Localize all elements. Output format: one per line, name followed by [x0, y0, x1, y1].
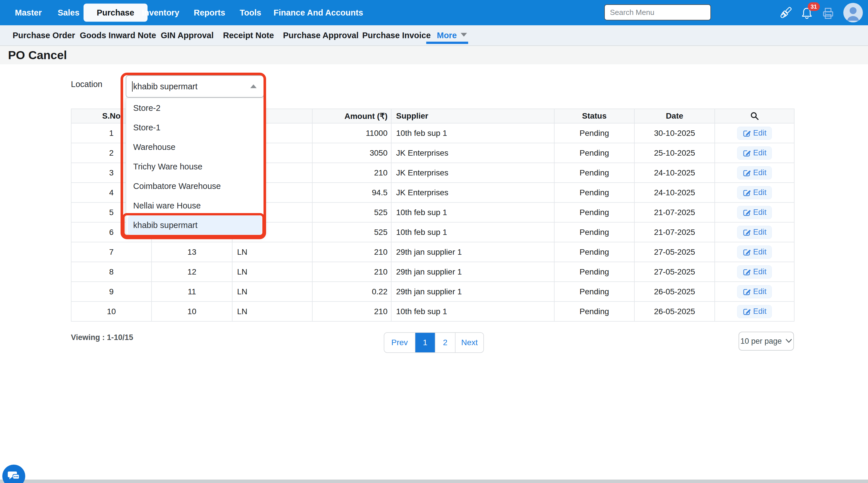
edit-button[interactable]: Edit: [737, 206, 772, 219]
location-option-nellai-ware-house[interactable]: Nellai ware House: [126, 196, 264, 215]
topnav-item-finance-and-accounts[interactable]: Finance And Accounts: [274, 8, 363, 18]
location-combobox-value: khabib supermart: [133, 82, 197, 91]
location-label: Location: [71, 80, 102, 89]
topnav-item-purchase[interactable]: Purchase: [84, 4, 148, 22]
location-options-list: Store-2Store-1WarehouseTrichy Ware house…: [126, 98, 264, 234]
avatar[interactable]: [843, 3, 863, 22]
table-cell: LN: [232, 282, 313, 302]
table-cell: 0.22: [313, 282, 392, 302]
table-cell-actions: Edit: [715, 123, 795, 143]
table-cell: Pending: [555, 262, 634, 282]
table-cell-actions: Edit: [715, 282, 795, 302]
table-cell: 12: [152, 262, 232, 282]
location-option-store-2[interactable]: Store-2: [126, 98, 264, 118]
table-cell: Pending: [555, 143, 634, 163]
table-cell-actions: Edit: [715, 222, 795, 242]
subnav-item-purchase-invoice[interactable]: Purchase Invoice: [362, 31, 431, 40]
edit-button[interactable]: Edit: [737, 285, 772, 298]
table-cell: Pending: [555, 282, 634, 302]
table-cell: Pending: [555, 203, 634, 222]
table-cell: Pending: [555, 183, 634, 203]
subnav-item-receipt-note[interactable]: Receipt Note: [223, 31, 274, 40]
edit-button[interactable]: Edit: [737, 127, 772, 140]
location-option-warehouse[interactable]: Warehouse: [126, 137, 264, 157]
table-search-icon-header[interactable]: [715, 109, 795, 123]
search-input[interactable]: [604, 4, 711, 20]
table-cell: 8: [71, 262, 152, 282]
location-dropdown: khabib supermart Store-2Store-1Warehouse…: [126, 75, 264, 98]
app-root: MasterSalesPurchaseInventoryReportsTools…: [0, 0, 868, 483]
location-option-khabib-supermart[interactable]: khabib supermart: [128, 215, 262, 235]
topnav-item-inventory[interactable]: Inventory: [142, 8, 179, 18]
per-page-select[interactable]: 10 per page: [739, 332, 794, 351]
table-cell: 25-10-2025: [634, 143, 715, 163]
edit-button[interactable]: Edit: [737, 147, 772, 160]
table-cell: Pending: [555, 222, 634, 242]
edit-button[interactable]: Edit: [737, 265, 772, 278]
table-cell: JK Enterprises: [392, 143, 555, 163]
table-cell-actions: Edit: [715, 262, 795, 282]
table-cell: 27-05-2025: [634, 242, 715, 262]
subnav-item-gin-approval[interactable]: GIN Approval: [161, 31, 214, 40]
topnav-item-master[interactable]: Master: [15, 8, 42, 18]
edit-button[interactable]: Edit: [737, 226, 772, 239]
table-cell: 210: [313, 163, 392, 183]
chat-bubbles-icon: [7, 470, 20, 482]
table-cell: 21-07-2025: [634, 203, 715, 222]
pagination-prev[interactable]: Prev: [384, 333, 415, 352]
location-option-trichy-ware-house[interactable]: Trichy Ware house: [126, 157, 264, 176]
topnav-item-sales[interactable]: Sales: [58, 8, 80, 18]
pagination-next[interactable]: Next: [456, 333, 484, 352]
table-cell: 10: [71, 302, 152, 322]
brush-icon[interactable]: [778, 5, 794, 21]
table-cell: 210: [313, 262, 392, 282]
table-cell: 10th feb sup 1: [392, 123, 555, 143]
table-cell: 11000: [313, 123, 392, 143]
pagination-1[interactable]: 1: [415, 333, 435, 352]
table-cell: JK Enterprises: [392, 163, 555, 183]
table-cell: 29th jan supplier 1: [392, 262, 555, 282]
subnav-item-goods-inward-note[interactable]: Goods Inward Note: [80, 31, 156, 40]
table-cell: 13: [152, 242, 232, 262]
table-cell: 27-05-2025: [634, 262, 715, 282]
edit-button[interactable]: Edit: [737, 166, 772, 179]
edit-button[interactable]: Edit: [737, 305, 772, 318]
chevron-down-icon: [461, 33, 467, 40]
table-cell: LN: [232, 262, 313, 282]
pagination-2[interactable]: 2: [435, 333, 456, 352]
table-cell: 26-05-2025: [634, 302, 715, 322]
column-header-supplier: Supplier: [392, 109, 555, 123]
table-cell: Pending: [555, 242, 634, 262]
chat-fab[interactable]: [2, 464, 25, 483]
table-cell: 29th jan supplier 1: [392, 242, 555, 262]
horizontal-scrollbar[interactable]: [0, 480, 868, 483]
pagination: Prev12Next: [384, 332, 484, 353]
location-combobox[interactable]: khabib supermart: [126, 75, 264, 98]
subnav-item-more[interactable]: More: [437, 31, 467, 40]
table-cell: 21-07-2025: [634, 222, 715, 242]
page-title: PO Cancel: [8, 49, 67, 62]
table-cell: 10th feb sup 1: [392, 302, 555, 322]
location-option-store-1[interactable]: Store-1: [126, 118, 264, 137]
subnav-item-purchase-order[interactable]: Purchase Order: [12, 31, 75, 40]
table-cell: 10th feb sup 1: [392, 203, 555, 222]
top-navbar: MasterSalesPurchaseInventoryReportsTools…: [0, 0, 868, 25]
topnav-item-reports[interactable]: Reports: [194, 8, 225, 18]
subnav-item-purchase-approval[interactable]: Purchase Approval: [283, 31, 359, 40]
per-page-value: 10 per page: [740, 337, 782, 346]
notification-badge: 31: [808, 2, 820, 11]
table-cell: 24-10-2025: [634, 183, 715, 203]
chevron-up-icon[interactable]: [250, 81, 257, 88]
table-cell-actions: Edit: [715, 203, 795, 222]
edit-button[interactable]: Edit: [737, 245, 772, 259]
table-cell: Pending: [555, 123, 634, 143]
text-caret: [132, 81, 133, 92]
printer-icon[interactable]: [821, 6, 835, 22]
location-option-coimbatore-warehouse[interactable]: Coimbatore Warehouse: [126, 176, 264, 196]
edit-button[interactable]: Edit: [737, 186, 772, 199]
table-cell: Pending: [555, 163, 634, 183]
table-cell: Pending: [555, 302, 634, 322]
table-cell: 11: [152, 282, 232, 302]
table-cell: 10th feb sup 1: [392, 222, 555, 242]
topnav-item-tools[interactable]: Tools: [240, 8, 261, 18]
